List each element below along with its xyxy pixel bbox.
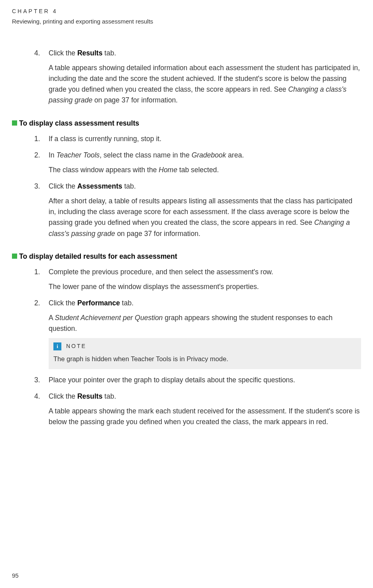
- step-number: 3.: [34, 375, 45, 385]
- step-text: In Teacher Tools, select the class name …: [49, 151, 244, 159]
- text-fragment: area.: [226, 151, 244, 159]
- note-body: The graph is hidden when Teacher Tools i…: [53, 354, 356, 364]
- text-fragment: A: [49, 314, 55, 322]
- step-result: A table appears showing the mark each st…: [49, 406, 361, 427]
- procedure-heading-row: To display detailed results for each ass…: [34, 251, 361, 262]
- procedure-heading: To display class assessment results: [19, 118, 139, 129]
- step-item: 3. Click the Assessments tab. After a sh…: [34, 181, 361, 239]
- text-fragment: Click the: [49, 392, 77, 400]
- text-fragment: tab.: [102, 392, 116, 400]
- text-fragment: tab selected.: [177, 166, 219, 174]
- text-fragment: , select the class name in the: [100, 151, 192, 159]
- chapter-title: Reviewing, printing and exporting assess…: [12, 17, 361, 26]
- info-icon: i: [53, 342, 61, 350]
- text-fragment: on page 37 for information.: [92, 96, 178, 104]
- step-item: 4. Click the Results tab. A table appear…: [34, 391, 361, 427]
- text-fragment: tab.: [102, 49, 116, 57]
- page: CHAPTER 4 Reviewing, printing and export…: [0, 0, 373, 588]
- bold-term: Assessments: [77, 182, 122, 190]
- procedure-heading: To display detailed results for each ass…: [19, 251, 177, 262]
- procedure-marker-icon: [12, 120, 17, 126]
- step-item: 4. Click the Results tab. A table appear…: [34, 48, 361, 106]
- chapter-label: CHAPTER 4: [12, 7, 361, 16]
- procedure-marker-icon: [12, 254, 17, 259]
- step-item: 2. Click the Performance tab. A Student …: [34, 298, 361, 369]
- italic-term: Gradebook: [192, 151, 226, 159]
- step-text: Click the Assessments tab.: [49, 182, 136, 190]
- bold-term: Performance: [77, 299, 120, 307]
- text-fragment: tab.: [122, 182, 136, 190]
- italic-term: Teacher Tools: [56, 151, 100, 159]
- step-result: The lower pane of the window displays th…: [49, 281, 361, 292]
- bold-term: Results: [77, 49, 102, 57]
- procedure-block: To display detailed results for each ass…: [12, 251, 361, 428]
- step-number: 2.: [34, 298, 45, 309]
- step-result: After a short delay, a table of results …: [49, 196, 361, 239]
- text-fragment: Click the: [49, 49, 77, 57]
- bold-term: Results: [77, 392, 102, 400]
- step-number: 4.: [34, 48, 45, 59]
- step-number: 4.: [34, 391, 45, 402]
- text-fragment: Click the: [49, 182, 77, 190]
- step-number: 3.: [34, 181, 45, 192]
- text-fragment: The class window appears with the: [49, 166, 159, 174]
- step-item: 2. In Teacher Tools, select the class na…: [34, 150, 361, 175]
- step-result: A Student Achievement per Question graph…: [49, 313, 361, 334]
- text-fragment: Click the: [49, 299, 77, 307]
- note-label: NOTE: [66, 342, 86, 351]
- step-item: 1. Complete the previous procedure, and …: [34, 267, 361, 292]
- note-box: i NOTE The graph is hidden when Teacher …: [49, 338, 361, 369]
- step-text: Click the Performance tab.: [49, 299, 133, 307]
- content-top: 4. Click the Results tab. A table appear…: [12, 48, 361, 106]
- step-text: Click the Results tab.: [49, 49, 116, 57]
- text-fragment: After a short delay, a table of results …: [49, 197, 352, 226]
- italic-term: Home: [159, 166, 177, 174]
- text-fragment: In: [49, 151, 56, 159]
- step-text: If a class is currently running, stop it…: [49, 135, 161, 143]
- step-number: 2.: [34, 150, 45, 161]
- step-result: The class window appears with the Home t…: [49, 165, 361, 175]
- step-number: 1.: [34, 267, 45, 277]
- procedure-heading-row: To display class assessment results: [34, 118, 361, 129]
- text-fragment: on page 37 for information.: [115, 230, 200, 238]
- step-text: Place your pointer over the graph to dis…: [49, 376, 295, 384]
- step-item: 1. If a class is currently running, stop…: [34, 134, 361, 144]
- step-number: 1.: [34, 134, 45, 144]
- note-header: i NOTE: [53, 342, 356, 351]
- page-number: 95: [12, 571, 19, 580]
- step-item: 3. Place your pointer over the graph to …: [34, 375, 361, 385]
- text-fragment: tab.: [120, 299, 133, 307]
- step-result: A table appears showing detailed informa…: [49, 63, 361, 106]
- italic-term: Student Achievement per Question: [55, 314, 163, 322]
- step-text: Click the Results tab.: [49, 392, 116, 400]
- procedure-block: To display class assessment results 1. I…: [12, 118, 361, 239]
- step-text: Complete the previous procedure, and the…: [49, 268, 273, 276]
